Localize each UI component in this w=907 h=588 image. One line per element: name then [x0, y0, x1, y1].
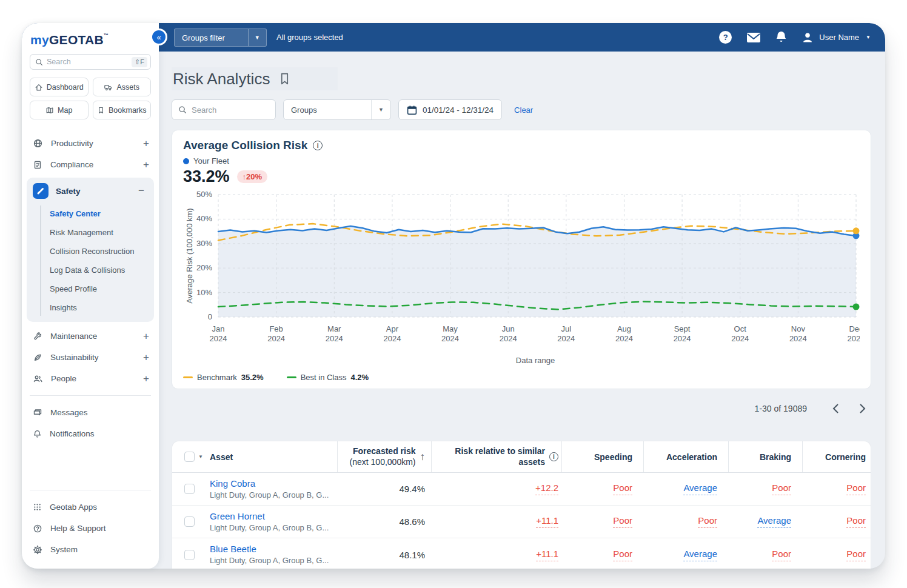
groups-filter-dropdown[interactable]: Groups filter ▼ — [174, 28, 267, 47]
next-page-button[interactable] — [855, 402, 869, 415]
svg-text:Aug: Aug — [617, 324, 631, 333]
page-header: Risk Analytics — [172, 67, 338, 90]
column-header-forecasted-risk[interactable]: Forecasted risk(next 100,000km) ↑ — [337, 441, 431, 472]
sidebar-item-productivity[interactable]: Productivity+ — [22, 133, 159, 154]
assets-risk-table: ▼ Asset Forecasted risk(next 100,000km) … — [172, 441, 871, 569]
sidebar-subitem-speed-profile[interactable]: Speed Profile — [27, 279, 154, 298]
row-checkbox[interactable] — [184, 484, 195, 494]
asset-cell: King CobraLight Duty, Group A, Group B, … — [210, 473, 337, 505]
sidebar-item-safety[interactable]: Safety − — [27, 178, 154, 204]
acceleration-rating[interactable]: Average — [683, 549, 717, 561]
collapse-icon[interactable]: − — [138, 185, 144, 197]
sidebar-subitem-safety-center[interactable]: Safety Center — [27, 204, 154, 223]
divider — [30, 490, 151, 490]
sidebar-item-geotab-apps[interactable]: Geotab Apps — [22, 496, 159, 518]
sidebar-item-sustainability[interactable]: Sustainability+ — [22, 347, 159, 368]
column-header-relative-risk[interactable]: Risk relative to similarassets i — [431, 441, 561, 472]
speeding-rating[interactable]: Poor — [613, 549, 632, 561]
bookmarks-button[interactable]: Bookmarks — [93, 101, 152, 119]
fleet-series-dot — [183, 158, 189, 164]
relative-risk-value[interactable]: +11.1 — [536, 515, 558, 528]
table-header-row: ▼ Asset Forecasted risk(next 100,000km) … — [172, 441, 871, 473]
sidebar-subitem-insights[interactable]: Insights — [27, 298, 154, 317]
sidebar-collapse-button[interactable]: « — [150, 28, 167, 45]
svg-text:2024: 2024 — [500, 334, 517, 343]
sidebar-item-help-support[interactable]: Help & Support — [22, 518, 159, 539]
dashboard-button[interactable]: Dashboard — [30, 78, 89, 96]
assets-button[interactable]: Assets — [93, 78, 152, 96]
asset-link[interactable]: Green Hornet — [210, 510, 265, 523]
column-header-braking[interactable]: Braking — [728, 441, 802, 472]
legend-value: 4.2% — [351, 373, 369, 382]
sidebar-item-people[interactable]: People+ — [22, 368, 159, 389]
sidebar-item-notifications[interactable]: Notifications — [22, 423, 159, 444]
column-header-acceleration[interactable]: Acceleration — [643, 441, 728, 472]
select-menu-caret-icon[interactable]: ▼ — [198, 454, 203, 459]
expand-icon[interactable]: + — [143, 159, 149, 171]
sidebar-subitem-risk-management[interactable]: Risk Management — [27, 223, 154, 242]
speeding-rating[interactable]: Poor — [613, 515, 632, 528]
relative-risk-cell: +11.1 — [431, 506, 561, 538]
relative-risk-cell: +12.2 — [431, 473, 561, 505]
previous-page-button[interactable] — [829, 402, 842, 415]
current-risk-value: 33.2% — [183, 167, 230, 186]
braking-rating[interactable]: Poor — [772, 549, 791, 561]
column-header-asset[interactable]: Asset — [210, 441, 337, 472]
table-body: King CobraLight Duty, Group A, Group B, … — [172, 473, 871, 569]
expand-icon[interactable]: + — [143, 138, 149, 150]
svg-text:2024: 2024 — [267, 334, 285, 343]
asset-link[interactable]: Blue Beetle — [210, 543, 256, 555]
select-all-checkbox[interactable] — [184, 452, 195, 462]
messages-button[interactable] — [746, 32, 761, 43]
clear-filters-link[interactable]: Clear — [514, 105, 533, 115]
notifications-button[interactable] — [775, 31, 787, 44]
date-range-picker[interactable]: 01/01/24 - 12/31/24 — [398, 99, 502, 120]
collision-risk-card: Average Collision Risk i Your Fleet 33.2… — [172, 130, 871, 389]
sidebar-item-system[interactable]: System — [22, 539, 159, 560]
asset-link[interactable]: King Cobra — [210, 478, 255, 490]
speeding-rating[interactable]: Poor — [613, 483, 632, 495]
apps-grid-icon — [33, 503, 42, 512]
svg-text:40%: 40% — [196, 214, 212, 223]
envelope-icon — [746, 32, 761, 43]
relative-risk-value[interactable]: +12.2 — [535, 483, 558, 495]
chevron-down-icon[interactable]: ▼ — [248, 29, 266, 46]
row-checkbox[interactable] — [184, 550, 195, 560]
braking-rating[interactable]: Poor — [772, 483, 791, 495]
row-checkbox[interactable] — [184, 516, 195, 527]
sidebar-item-messages[interactable]: Messages — [22, 402, 159, 423]
risk-delta-badge: ↑20% — [237, 170, 268, 183]
acceleration-rating[interactable]: Poor — [698, 515, 717, 528]
table-search-input[interactable] — [192, 105, 269, 115]
expand-icon[interactable]: + — [143, 352, 149, 364]
user-name: User Name — [819, 33, 859, 42]
info-icon[interactable]: i — [549, 452, 558, 461]
acceleration-rating[interactable]: Average — [683, 483, 717, 495]
column-header-cornering[interactable]: Cornering — [802, 441, 871, 472]
sidebar-item-maintenance[interactable]: Maintenance+ — [22, 326, 159, 347]
sidebar-subitem-collision-reconstruction[interactable]: Collision Reconstruction — [27, 242, 154, 261]
sidebar-item-compliance[interactable]: Compliance+ — [22, 154, 159, 175]
svg-text:50%: 50% — [196, 190, 212, 199]
search-shortcut-hint: ⇧F — [132, 57, 147, 67]
sidebar-search-input[interactable] — [47, 58, 128, 66]
sidebar-subitem-log-data-collisions[interactable]: Log Data & Collisions — [27, 261, 154, 279]
column-header-speeding[interactable]: Speeding — [561, 441, 643, 472]
svg-text:Jan: Jan — [212, 324, 225, 333]
svg-text:Apr: Apr — [386, 324, 399, 333]
info-icon[interactable]: i — [313, 141, 323, 150]
chevron-left-icon — [832, 403, 839, 414]
help-button[interactable]: ? — [719, 31, 732, 44]
cornering-rating[interactable]: Poor — [846, 515, 866, 528]
cornering-rating[interactable]: Poor — [846, 549, 866, 561]
expand-icon[interactable]: + — [143, 373, 149, 385]
groups-select[interactable]: Groups ▼ — [283, 99, 391, 120]
relative-risk-value[interactable]: +11.1 — [536, 549, 558, 561]
svg-text:Feb: Feb — [269, 324, 283, 333]
expand-icon[interactable]: + — [143, 330, 149, 342]
map-button[interactable]: Map — [30, 101, 89, 119]
braking-rating[interactable]: Average — [757, 515, 791, 528]
bookmark-icon[interactable] — [279, 72, 290, 85]
user-menu[interactable]: User Name ▼ — [802, 32, 871, 44]
cornering-rating[interactable]: Poor — [846, 483, 866, 495]
